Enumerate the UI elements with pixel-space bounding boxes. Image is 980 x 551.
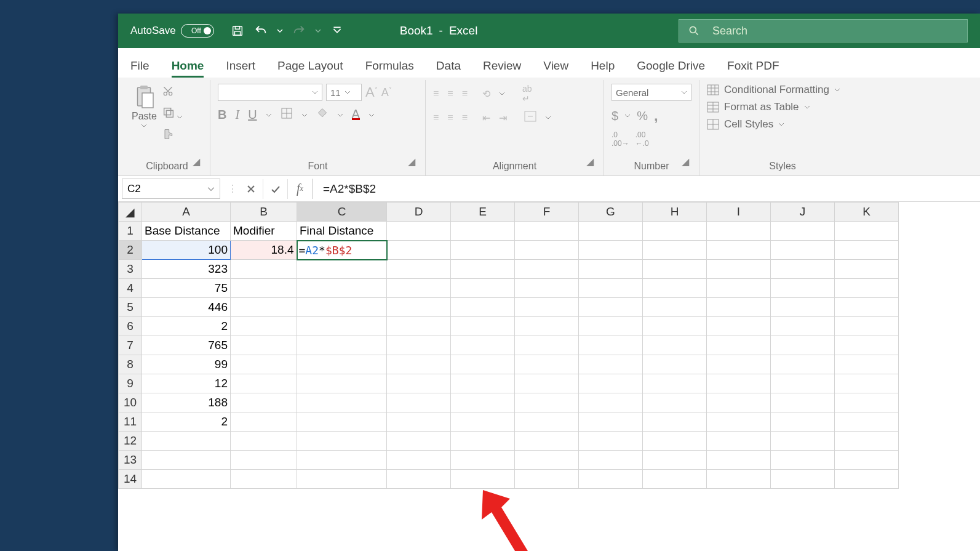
row-header-6[interactable]: 6 (119, 317, 142, 336)
cell-A1[interactable]: Base Distance (142, 222, 231, 241)
italic-button[interactable]: I (235, 108, 239, 122)
orientation-icon[interactable]: ⟲ (482, 88, 490, 100)
cell-E5[interactable] (451, 298, 515, 317)
cell-H9[interactable] (643, 374, 707, 393)
cell-C11[interactable] (297, 412, 387, 432)
row-header-11[interactable]: 11 (119, 412, 142, 432)
cell-J9[interactable] (771, 374, 835, 393)
cell-J5[interactable] (771, 298, 835, 317)
cell-G11[interactable] (579, 412, 643, 432)
cell-A7[interactable]: 765 (142, 336, 231, 355)
cell-E1[interactable] (451, 222, 515, 241)
tab-formulas[interactable]: Formulas (365, 59, 414, 78)
cell-F8[interactable] (515, 355, 579, 374)
cell-G12[interactable] (579, 432, 643, 451)
col-header-C[interactable]: C (297, 203, 387, 222)
cell-J6[interactable] (771, 317, 835, 336)
enter-icon[interactable] (263, 179, 288, 199)
autosave-toggle[interactable]: AutoSave Off (130, 24, 214, 38)
chevron-down-icon[interactable] (301, 113, 308, 118)
cell-F9[interactable] (515, 374, 579, 393)
cell-H3[interactable] (643, 260, 707, 279)
formula-input[interactable]: =A2*$B$2 (313, 179, 980, 199)
underline-button[interactable]: U (248, 108, 257, 122)
cell-E4[interactable] (451, 279, 515, 298)
cell-K10[interactable] (835, 393, 899, 412)
align-left-icon[interactable]: ≡ (433, 112, 439, 123)
cell-H2[interactable] (643, 241, 707, 260)
col-header-D[interactable]: D (387, 203, 451, 222)
shrink-font-icon[interactable]: A˅ (381, 86, 392, 99)
paste-button[interactable]: Paste (132, 84, 157, 128)
row-header-9[interactable]: 9 (119, 374, 142, 393)
tab-file[interactable]: File (130, 59, 149, 78)
col-header-K[interactable]: K (835, 203, 899, 222)
format-as-table-button[interactable]: Format as Table (707, 101, 810, 113)
cell-G4[interactable] (579, 279, 643, 298)
col-header-H[interactable]: H (643, 203, 707, 222)
cell-A10[interactable]: 188 (142, 393, 231, 412)
row-header-8[interactable]: 8 (119, 355, 142, 374)
cell-G10[interactable] (579, 393, 643, 412)
cell-J10[interactable] (771, 393, 835, 412)
cell-E12[interactable] (451, 432, 515, 451)
merge-icon[interactable] (524, 111, 536, 124)
align-bottom-icon[interactable]: ≡ (462, 88, 468, 99)
cell-H12[interactable] (643, 432, 707, 451)
row-header-10[interactable]: 10 (119, 393, 142, 412)
cell-F13[interactable] (515, 451, 579, 470)
dialog-launcher-icon[interactable]: ◢ (193, 156, 202, 166)
cell-H7[interactable] (643, 336, 707, 355)
tab-review[interactable]: Review (483, 59, 521, 78)
wrap-text-icon[interactable]: ab↵ (522, 84, 532, 103)
cell-styles-button[interactable]: Cell Styles (707, 118, 784, 131)
cell-F11[interactable] (515, 412, 579, 432)
cell-F4[interactable] (515, 279, 579, 298)
undo-dropdown-icon[interactable] (276, 22, 284, 39)
tab-foxit-pdf[interactable]: Foxit PDF (727, 59, 779, 78)
cell-A12[interactable] (142, 432, 231, 451)
cell-C13[interactable] (297, 451, 387, 470)
cell-C8[interactable] (297, 355, 387, 374)
cell-B9[interactable] (231, 374, 297, 393)
row-header-12[interactable]: 12 (119, 432, 142, 451)
font-color-icon[interactable]: A (352, 110, 360, 120)
row-header-2[interactable]: 2 (119, 241, 142, 260)
cell-K1[interactable] (835, 222, 899, 241)
cell-H1[interactable] (643, 222, 707, 241)
cell-E8[interactable] (451, 355, 515, 374)
cell-D11[interactable] (387, 412, 451, 432)
cell-D2[interactable] (387, 241, 451, 260)
align-center-icon[interactable]: ≡ (447, 112, 453, 123)
cell-B4[interactable] (231, 279, 297, 298)
cell-K11[interactable] (835, 412, 899, 432)
dialog-launcher-icon[interactable]: ◢ (586, 156, 596, 166)
tab-google-drive[interactable]: Google Drive (637, 59, 705, 78)
cell-K13[interactable] (835, 451, 899, 470)
cell-B3[interactable] (231, 260, 297, 279)
cell-K9[interactable] (835, 374, 899, 393)
cell-F1[interactable] (515, 222, 579, 241)
align-top-icon[interactable]: ≡ (433, 88, 439, 99)
cell-I5[interactable] (707, 298, 771, 317)
col-header-F[interactable]: F (515, 203, 579, 222)
cell-B5[interactable] (231, 298, 297, 317)
cell-I6[interactable] (707, 317, 771, 336)
cell-J12[interactable] (771, 432, 835, 451)
accounting-icon[interactable]: $ (612, 109, 618, 123)
cell-B6[interactable] (231, 317, 297, 336)
cell-C14[interactable] (297, 470, 387, 489)
cell-J13[interactable] (771, 451, 835, 470)
cell-H4[interactable] (643, 279, 707, 298)
conditional-formatting-button[interactable]: Conditional Formatting (707, 84, 840, 96)
cell-E6[interactable] (451, 317, 515, 336)
chevron-down-icon[interactable] (266, 113, 272, 118)
cell-D5[interactable] (387, 298, 451, 317)
cell-J8[interactable] (771, 355, 835, 374)
cell-J7[interactable] (771, 336, 835, 355)
cell-H13[interactable] (643, 451, 707, 470)
cell-H8[interactable] (643, 355, 707, 374)
cell-B13[interactable] (231, 451, 297, 470)
cell-K3[interactable] (835, 260, 899, 279)
increase-decimal-icon[interactable]: .0.00→ (612, 131, 629, 148)
